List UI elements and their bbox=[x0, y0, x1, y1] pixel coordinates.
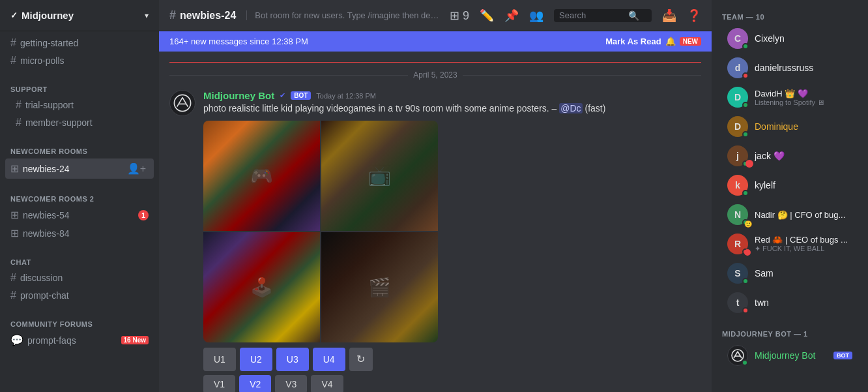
u2-button[interactable]: U2 bbox=[240, 348, 272, 371]
search-input[interactable] bbox=[559, 10, 624, 20]
member-sam[interactable]: S Sam bbox=[717, 259, 863, 288]
sidebar-item-newbies-24[interactable]: ⊞ newbies-24 👤+ bbox=[5, 158, 154, 179]
member-avatar: N 🙂 bbox=[727, 204, 748, 225]
member-avatar: d bbox=[727, 57, 748, 78]
generated-image-1[interactable] bbox=[203, 121, 320, 231]
member-twn[interactable]: t twn bbox=[717, 288, 863, 317]
new-label: NEW bbox=[680, 37, 701, 46]
new-divider-line bbox=[169, 62, 701, 63]
server-name-container: ✓ Midjourney bbox=[10, 10, 74, 21]
member-name: Dominique bbox=[755, 121, 852, 132]
image-grid bbox=[203, 121, 438, 342]
status-indicator bbox=[742, 131, 749, 138]
mention: @Dc bbox=[559, 103, 582, 113]
members-icon[interactable]: 👥 bbox=[529, 8, 543, 23]
member-avatar: C bbox=[727, 28, 748, 49]
team-section-label: TEAM — 10 bbox=[712, 8, 868, 23]
sidebar-item-trial-support[interactable]: # trial-support bbox=[5, 97, 154, 113]
sidebar-item-micro-polls[interactable]: # micro-polls bbox=[5, 52, 154, 69]
server-header[interactable]: ✓ Midjourney ▾ bbox=[0, 0, 159, 31]
new-messages-divider bbox=[169, 62, 701, 63]
member-avatar: k bbox=[727, 175, 748, 196]
sidebar-item-prompt-faqs[interactable]: 💬 prompt-faqs 16 New bbox=[5, 331, 154, 349]
checkmark-icon: ✓ bbox=[10, 10, 18, 20]
help-icon[interactable]: ❓ bbox=[687, 8, 701, 23]
add-member-icon[interactable]: 👤+ bbox=[124, 161, 149, 176]
member-name: jack 💜 bbox=[755, 151, 852, 161]
new-messages-banner: 164+ new messages since 12:38 PM Mark As… bbox=[159, 31, 712, 52]
sidebar-item-discussion[interactable]: # discussion bbox=[5, 269, 154, 286]
verified-icon: ✔ bbox=[280, 91, 285, 100]
member-dominique[interactable]: D Dominique bbox=[717, 112, 863, 141]
emoji-badge: 🙂 bbox=[744, 220, 752, 228]
channel-header: # newbies-24 Bot room for new users. Typ… bbox=[159, 0, 712, 31]
section-label-newcomer: NEWCOMER ROOMS bbox=[0, 137, 159, 158]
status-indicator bbox=[742, 102, 749, 108]
member-kylelf[interactable]: k kylelf bbox=[717, 171, 863, 200]
generated-image-4[interactable] bbox=[321, 232, 438, 342]
message-author: Midjourney Bot bbox=[203, 90, 274, 101]
member-status: Listening to Spotify 🖥 bbox=[755, 98, 824, 106]
v1-button[interactable]: V1 bbox=[203, 375, 235, 392]
member-name: DavidH 👑 💜 bbox=[755, 89, 824, 98]
mark-as-read-button[interactable]: Mark As Read 🔔 NEW bbox=[605, 37, 701, 46]
avatar bbox=[169, 90, 195, 116]
member-midjourney-bot[interactable]: Midjourney Bot BOT bbox=[717, 341, 863, 370]
search-icon: 🔍 bbox=[628, 10, 639, 21]
v2-button[interactable]: V2 bbox=[239, 375, 271, 392]
member-avatar: R bbox=[727, 234, 748, 254]
channel-header-name: # newbies-24 bbox=[169, 8, 236, 22]
channel-hash-icon: # bbox=[169, 8, 176, 22]
member-red[interactable]: R Red 🦀 | CEO of bugs ... ✦ FUCK IT, WE … bbox=[717, 230, 863, 258]
member-jack[interactable]: j jack 💜 bbox=[717, 142, 863, 170]
sidebar-item-getting-started[interactable]: # getting-started bbox=[5, 35, 154, 52]
channel-name-text: newbies-24 bbox=[180, 10, 236, 22]
v4-button[interactable]: V4 bbox=[311, 375, 343, 392]
message-text: photo realistic little kid playing video… bbox=[203, 102, 701, 115]
search-box[interactable]: 🔍 bbox=[554, 9, 652, 22]
refresh-button[interactable]: ↻ bbox=[349, 348, 373, 371]
member-cixelyn[interactable]: C Cixelyn bbox=[717, 24, 863, 53]
status-indicator bbox=[742, 72, 749, 79]
sidebar-item-newbies-54[interactable]: ⊞ newbies-54 1 bbox=[5, 206, 154, 224]
status-indicator bbox=[742, 190, 749, 196]
edit-icon[interactable]: ✏️ bbox=[480, 8, 494, 23]
variation-buttons: V1 V2 V3 V4 bbox=[203, 375, 701, 392]
u3-button[interactable]: U3 bbox=[276, 348, 309, 371]
hash-icon: # bbox=[10, 55, 16, 67]
member-avatar: j bbox=[727, 145, 748, 166]
section-label-support: SUPPORT bbox=[0, 75, 159, 96]
server-name: Midjourney bbox=[22, 10, 74, 21]
status-indicator bbox=[742, 278, 749, 284]
message-content: Midjourney Bot ✔ BOT Today at 12:38 PM p… bbox=[203, 90, 701, 392]
hash-icon: # bbox=[10, 290, 16, 301]
section-label-community: COMMUNITY FORUMS bbox=[0, 310, 159, 331]
threads-icon[interactable]: ⊞ 9 bbox=[450, 8, 469, 23]
member-danielrussruss[interactable]: d danielrussruss bbox=[717, 53, 863, 82]
member-info: Red 🦀 | CEO of bugs ... ✦ FUCK IT, WE BA… bbox=[755, 235, 848, 253]
member-davidh[interactable]: D DavidH 👑 💜 Listening to Spotify 🖥 bbox=[717, 83, 863, 112]
section-label-chat: CHAT bbox=[0, 248, 159, 269]
sidebar-item-member-support[interactable]: # member-support bbox=[5, 114, 154, 131]
header-icons: ⊞ 9 ✏️ 📌 👥 🔍 📥 ❓ bbox=[450, 8, 701, 23]
sidebar: ✓ Midjourney ▾ # getting-started # micro… bbox=[0, 0, 159, 392]
member-name: twn bbox=[755, 297, 852, 308]
member-avatar: D bbox=[727, 87, 748, 108]
hash-icon: # bbox=[10, 37, 16, 49]
messages-area: April 5, 2023 Midjourney Bot ✔ BOT Today… bbox=[159, 52, 712, 392]
generated-image-3[interactable] bbox=[203, 232, 320, 342]
sidebar-item-newbies-84[interactable]: ⊞ newbies-84 bbox=[5, 224, 154, 242]
u4-button[interactable]: U4 bbox=[313, 348, 345, 371]
inbox-icon[interactable]: 📥 bbox=[662, 8, 676, 23]
hash-icon: # bbox=[16, 99, 22, 111]
v3-button[interactable]: V3 bbox=[275, 375, 307, 392]
sidebar-item-prompt-chat[interactable]: # prompt-chat bbox=[5, 287, 154, 304]
member-nadir[interactable]: N 🙂 Nadir 🤔 | CFO of bug... bbox=[717, 200, 863, 229]
banner-text: 164+ new messages since 12:38 PM bbox=[169, 37, 308, 46]
pin-icon[interactable]: 📌 bbox=[504, 8, 519, 23]
generated-image-2[interactable] bbox=[321, 121, 438, 231]
u1-button[interactable]: U1 bbox=[203, 348, 236, 371]
bell-icon: 🔔 bbox=[665, 37, 676, 46]
status-indicator bbox=[742, 307, 749, 314]
member-avatar bbox=[727, 345, 748, 366]
